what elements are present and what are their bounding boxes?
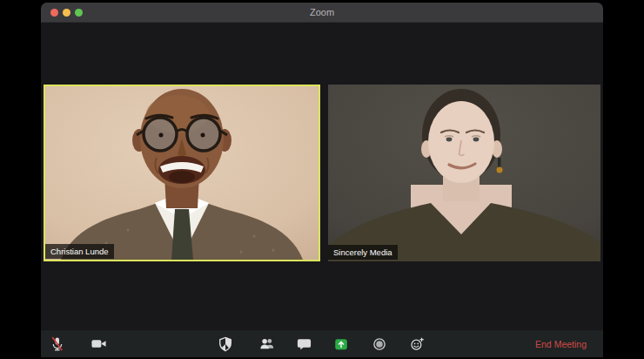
security-button[interactable]: [213, 332, 238, 356]
share-screen-arrow-icon: [333, 336, 349, 352]
participant-name-label: Christian Lunde: [45, 244, 114, 259]
security-shield-icon: [218, 336, 233, 352]
participant-video-sincerely-media: [328, 85, 600, 261]
microphone-muted-icon: [49, 335, 65, 352]
window-title: Zoom: [41, 3, 603, 22]
participants-people-icon: [258, 335, 275, 352]
video-tile-christian-lunde[interactable]: Christian Lunde: [44, 85, 320, 261]
share-screen-button[interactable]: [329, 332, 353, 356]
smiley-plus-icon: [409, 336, 425, 352]
record-button[interactable]: [367, 332, 392, 356]
video-camera-icon: [91, 335, 107, 352]
zoom-app-window: Zoom: [41, 3, 603, 357]
end-meeting-button[interactable]: End Meeting: [532, 337, 590, 351]
chat-bubble-icon: [296, 335, 312, 352]
participant-name-label: Sincerely Media: [328, 245, 398, 260]
window-titlebar[interactable]: Zoom: [41, 3, 603, 23]
mute-button[interactable]: [44, 332, 69, 356]
record-circle-icon: [372, 336, 387, 352]
screen: { "window": { "title": "Zoom", "traffic_…: [0, 0, 644, 359]
chat-button[interactable]: [292, 332, 316, 356]
reactions-button[interactable]: [405, 332, 429, 356]
video-button[interactable]: [86, 332, 111, 356]
meeting-toolbar: End Meeting: [41, 330, 603, 357]
participant-video-christian-lunde: [45, 86, 319, 260]
participants-button[interactable]: [254, 332, 278, 356]
video-tile-sincerely-media[interactable]: Sincerely Media: [328, 85, 600, 261]
video-gallery: Christian Lunde: [41, 23, 603, 330]
